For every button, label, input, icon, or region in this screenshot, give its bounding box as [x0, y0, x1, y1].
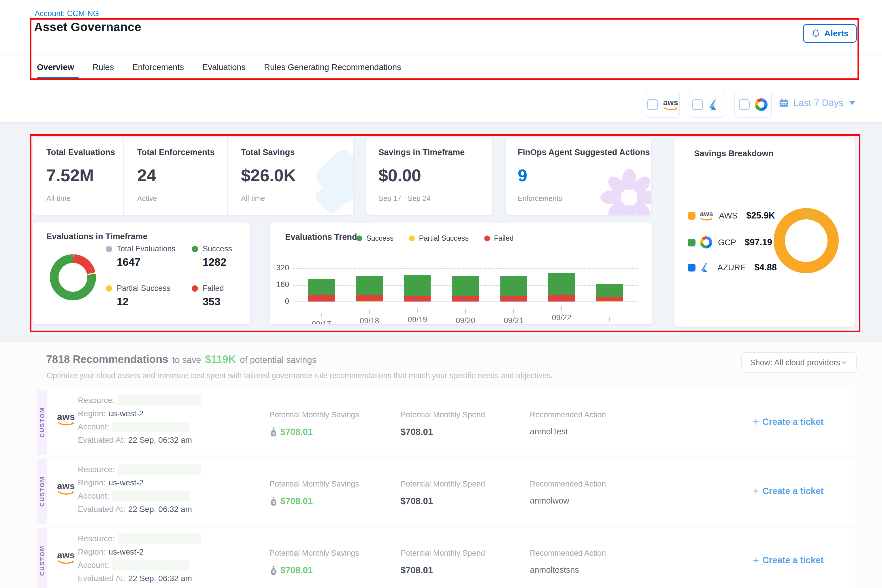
recommendation-row: CUSTOM aws Resource: Region:us-west-2 Ac… — [37, 528, 855, 588]
alerts-button[interactable]: Alerts — [803, 24, 856, 43]
bar-segment — [548, 295, 575, 302]
x-axis-label: 09/20 — [456, 316, 475, 324]
legend-success: Success 1282 — [192, 244, 250, 268]
bar-segment — [404, 275, 430, 296]
column-label: Potential Monthly Spend — [400, 480, 485, 489]
legend-value: 12 — [117, 296, 192, 308]
plus-icon: + — [753, 486, 759, 496]
y-axis-tick: 320 — [271, 264, 289, 272]
stat-value: 7.52M — [46, 165, 94, 185]
region-value: us-west-2 — [109, 409, 144, 418]
recommendation-row: CUSTOM aws Resource: Region:us-west-2 Ac… — [37, 459, 855, 524]
provider-filter-aws[interactable]: aws — [646, 92, 680, 118]
date-range-picker[interactable]: Last 7 Days — [778, 98, 855, 108]
tab-overview[interactable]: Overview — [37, 63, 74, 73]
trend-bar-09/22: 09/22 — [548, 273, 575, 302]
stat-title: Total Evaluations — [46, 148, 123, 157]
dropdown-value: Show: All cloud providers — [750, 358, 840, 367]
azure-checkbox[interactable] — [692, 99, 703, 110]
tab-enforcements[interactable]: Enforcements — [132, 63, 184, 73]
recommendation-row: CUSTOM aws Resource: Region:us-west-2 Ac… — [37, 390, 855, 455]
recommendations-count: 7818 Recommendations — [46, 353, 168, 366]
calendar-icon — [778, 98, 789, 108]
column-label: Potential Monthly Savings — [270, 411, 359, 419]
legend-label: GCP — [718, 238, 736, 247]
legend-label: AZURE — [717, 263, 746, 272]
provider-filter-gcp[interactable] — [734, 92, 772, 118]
evaluations-trend-card: Evaluations Trend Success Partial Succes… — [270, 222, 652, 324]
gcp-checkbox[interactable] — [739, 99, 750, 110]
provider-filter-azure[interactable] — [688, 92, 725, 118]
trend-bar-09/18: 09/18 — [356, 276, 383, 302]
spend-value: $708.01 — [400, 496, 485, 506]
x-axis-label: 09/18 — [360, 316, 380, 324]
evaluations-legend: Total Evaluations 1647 Success 1282 Part… — [106, 244, 250, 308]
money-bag-icon: $ — [270, 427, 278, 437]
column-label: Recommended Action — [530, 549, 606, 558]
legend-value: $4.88 — [754, 262, 777, 273]
y-axis-tick: 0 — [271, 297, 289, 306]
bar-segment — [596, 297, 623, 301]
trend-bar-09/21: 09/21 — [500, 276, 527, 302]
trend-bar-09/17: 09/17 — [308, 279, 334, 302]
evaluations-donut-chart — [50, 254, 96, 300]
tab-evaluations[interactable]: Evaluations — [202, 63, 246, 73]
legend-aws: aws AWS $25.9K — [688, 210, 775, 221]
page-title: Asset Governance — [34, 20, 141, 34]
chevron-down-icon — [849, 101, 855, 105]
aws-logo-icon: aws — [663, 99, 678, 111]
column-label: Recommended Action — [530, 411, 606, 419]
potential-monthly-savings: Potential Monthly Savings $$708.01 — [270, 480, 359, 506]
stat-value: $26.0K — [241, 165, 296, 185]
legend-label: Partial Success — [117, 284, 170, 293]
cloud-provider-filter-dropdown[interactable]: Show: All cloud providers — [741, 352, 856, 373]
redacted-value — [112, 560, 190, 570]
account-breadcrumb[interactable]: Account: CCM-NG — [34, 9, 99, 18]
legend-label: Success — [366, 234, 393, 242]
field-label: Resource: — [78, 465, 115, 474]
aws-checkbox[interactable] — [647, 99, 658, 110]
flower-watermark-icon — [597, 169, 651, 215]
legend-label: AWS — [719, 211, 738, 220]
stat-total-evaluations: Total Evaluations 7.52M All-time — [33, 138, 123, 215]
custom-tag: CUSTOM — [37, 390, 47, 455]
redacted-value — [118, 395, 201, 405]
field-label: Resource: — [78, 396, 115, 405]
tab-rules[interactable]: Rules — [93, 63, 114, 73]
redacted-value — [118, 534, 201, 544]
plus-icon: + — [753, 555, 759, 566]
potential-monthly-spend: Potential Monthly Spend $708.01 — [400, 480, 485, 506]
potential-monthly-spend: Potential Monthly Spend $708.01 — [400, 549, 485, 576]
stat-caption: Sep 17 - Sep 24 — [378, 194, 430, 202]
savings-in-timeframe-card: Savings in Timeframe $0.00 Sep 17 - Sep … — [366, 138, 492, 215]
create-ticket-button[interactable]: + Create a ticket — [753, 417, 824, 427]
legend-failed: Failed 353 — [192, 284, 250, 308]
legend-label: Failed — [494, 234, 514, 242]
svg-text:$: $ — [272, 500, 275, 505]
stat-caption: Active — [137, 194, 157, 202]
bar-segment — [356, 295, 383, 301]
gcp-logo-icon — [755, 98, 768, 111]
legend-dot — [192, 246, 198, 252]
card-title: Evaluations Trend — [285, 232, 357, 242]
create-ticket-button[interactable]: + Create a ticket — [753, 486, 824, 496]
x-axis-label: 09/17 — [312, 320, 331, 324]
recommendations-subtitle: Optimize your cloud assets and minimize … — [47, 371, 553, 380]
legend-label: Failed — [202, 284, 224, 293]
redacted-value — [112, 422, 190, 432]
stat-value: $0.00 — [378, 165, 421, 185]
savings-donut-chart — [774, 208, 839, 273]
create-ticket-button[interactable]: + Create a ticket — [753, 555, 824, 566]
field-label: Evaluated At: — [78, 435, 125, 445]
x-axis-tick — [561, 306, 562, 311]
recommended-action: Recommended Action anmoltestsns — [530, 549, 606, 575]
legend-total-evaluations: Total Evaluations 1647 — [106, 244, 192, 268]
field-label: Evaluated At: — [78, 574, 125, 583]
create-ticket-label: Create a ticket — [762, 555, 824, 566]
tab-rules-generating-recommendations[interactable]: Rules Generating Recommendations — [264, 63, 401, 73]
money-bag-icon: $ — [270, 496, 278, 506]
legend-dot — [106, 285, 112, 292]
bar-segment — [308, 295, 334, 302]
savings-breakdown-card: Savings Breakdown aws AWS $25.9K GCP $97… — [675, 138, 855, 327]
resource-details: Resource: Region:us-west-2 Account: Eval… — [78, 463, 201, 516]
